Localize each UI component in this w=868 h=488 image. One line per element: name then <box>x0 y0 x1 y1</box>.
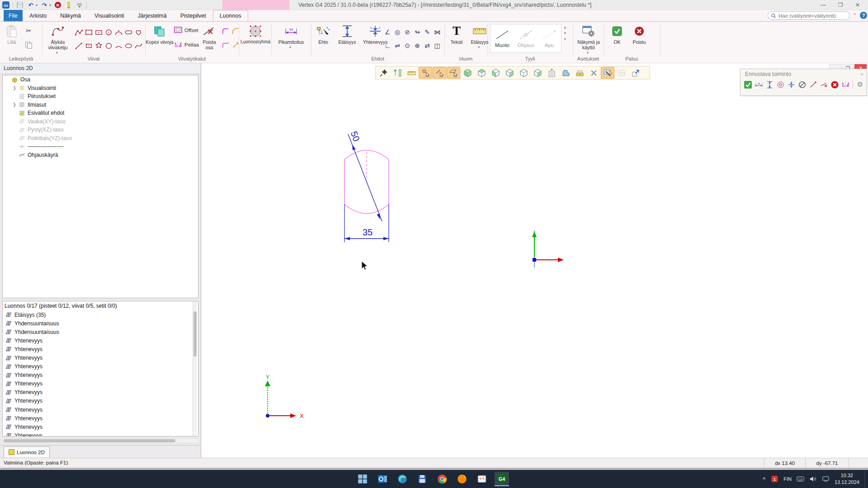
tray-chevron-icon[interactable]: ^ <box>763 476 765 483</box>
record-icon[interactable]: R <box>54 1 62 9</box>
vertical-scrollbar[interactable] <box>193 301 197 436</box>
tree-item[interactable]: Esivalitut ehdot <box>3 109 198 117</box>
maximize-button[interactable]: ❐ <box>832 0 849 10</box>
whiteboard-icon[interactable] <box>475 472 489 486</box>
help-icon[interactable]: ? <box>860 12 867 19</box>
constraint-item[interactable]: Yhdensuuntaisuus <box>3 328 198 336</box>
delete-red-icon[interactable] <box>830 79 840 90</box>
pin-icon[interactable] <box>377 67 390 79</box>
closed-spline-icon[interactable] <box>133 25 143 39</box>
distance-note-button[interactable]: Etäisyys▾ <box>467 23 492 49</box>
flip-measure-icon[interactable] <box>391 67 404 79</box>
menu-pistepilvet[interactable]: Pistepilvet <box>174 10 213 21</box>
menu-jarjestelma[interactable]: Järjestelmä <box>131 10 174 21</box>
style-shape-button[interactable]: Muoto <box>491 24 514 52</box>
constraint-item[interactable]: Yhtenevyys <box>3 380 198 388</box>
style-aux-button[interactable]: Apu <box>538 24 561 52</box>
g4-logo-icon[interactable]: G4 <box>2 1 10 9</box>
angle-icon[interactable]: ∠ <box>382 25 392 39</box>
constraint-item[interactable]: Yhdensuuntaisuus <box>3 319 198 328</box>
show-desktop-button[interactable] <box>864 470 866 488</box>
vertical-dim-icon[interactable] <box>765 79 774 90</box>
fillet-icon[interactable] <box>221 26 231 36</box>
cube-right-icon[interactable] <box>503 67 516 79</box>
customize-toolbar-icon[interactable] <box>75 1 84 9</box>
sketch-group-button[interactable]: Luonnosryhmä <box>241 23 270 45</box>
outlook-icon[interactable] <box>375 472 390 486</box>
expand-chevron-icon[interactable]: ❯ <box>11 102 18 107</box>
constraint-item[interactable]: Yhtenevyys <box>3 405 198 414</box>
quick-dim-icon[interactable]: 45 <box>754 79 764 90</box>
rectangle-center-icon[interactable] <box>94 25 104 39</box>
language-indicator[interactable]: FIN <box>783 476 792 482</box>
frame-icon[interactable] <box>615 67 628 79</box>
tree-item[interactable]: Osa <box>3 75 198 84</box>
freeze-icon[interactable]: ✎ <box>422 25 432 39</box>
constraint-item[interactable]: Yhtenevyys <box>3 388 198 397</box>
constraint-item[interactable]: Yhtenevyys <box>3 371 198 380</box>
distance-constraint-button[interactable]: Etäisyys <box>335 23 359 45</box>
constraint-item[interactable]: Etäisyys (35) <box>3 310 198 319</box>
minimize-button[interactable]: — <box>815 0 832 10</box>
cut-button[interactable]: ✂ <box>24 26 33 36</box>
rectangle-icon[interactable] <box>84 25 94 39</box>
ribbon-collapse-icon[interactable]: ^ <box>854 12 856 18</box>
text-button[interactable]: T Teksti <box>447 23 467 45</box>
tree-item[interactable]: Piirustukset <box>3 92 198 101</box>
constraint-item[interactable]: Yhtenevyys <box>3 345 198 353</box>
concentric-pred-icon[interactable] <box>776 79 785 90</box>
mirror-button[interactable]: Peilaa <box>174 41 199 48</box>
start-icon[interactable] <box>355 472 370 486</box>
magic-select-icon[interactable] <box>601 67 614 79</box>
perpendicular-icon[interactable]: ∟ <box>382 39 392 52</box>
panel-close-icon[interactable]: ✕ <box>860 72 864 77</box>
quick-dimension-button[interactable]: 45 Pikamitoitus▾ <box>273 23 309 49</box>
paste-button[interactable]: Liitä <box>3 23 21 45</box>
copy-lines-button[interactable]: Kopioi viivoja <box>147 23 172 45</box>
expand-chevron-icon[interactable]: ❯ <box>11 85 18 90</box>
part-solid-icon[interactable] <box>559 67 572 79</box>
undo-icon[interactable]: ↶ <box>27 1 35 9</box>
sketch-canvas[interactable]: 50 35 Y <box>201 63 868 458</box>
arc-3point-icon[interactable] <box>113 25 123 39</box>
menu-nakyma[interactable]: Näkymä <box>53 10 88 21</box>
constraint-item[interactable]: Yhtenevyys <box>3 431 198 436</box>
circle-center-icon[interactable] <box>104 25 113 39</box>
circle-icon[interactable] <box>104 39 113 52</box>
constraint-item[interactable]: Yhtenevyys <box>3 422 198 431</box>
snap-line-icon[interactable] <box>433 67 446 79</box>
network-icon[interactable] <box>822 476 830 482</box>
level-icon[interactable] <box>65 1 73 9</box>
rectangle-2point-icon[interactable] <box>84 39 94 52</box>
cube-solid-icon[interactable] <box>461 67 474 79</box>
ellipse-icon[interactable] <box>123 39 133 52</box>
tree-item[interactable]: Pysty(XZ)-taso <box>3 126 198 134</box>
tangent-icon[interactable]: ↬ <box>412 25 422 39</box>
list-icon[interactable] <box>545 67 558 79</box>
save-icon[interactable] <box>16 1 24 9</box>
condition-button[interactable]: Ehto <box>313 23 334 45</box>
save-app-icon[interactable] <box>415 472 429 486</box>
no-tangent-icon[interactable]: ⊘ <box>402 25 412 39</box>
tab-luonnos-active[interactable]: Luonnos <box>213 10 248 21</box>
volume-icon[interactable] <box>809 476 817 482</box>
edge-icon[interactable] <box>395 472 410 486</box>
touch-keyboard-icon[interactable] <box>797 476 804 482</box>
equal-icon[interactable]: ⇌ <box>392 39 402 52</box>
constraint-item[interactable]: Yhtenevyys <box>3 397 198 405</box>
constraint-item[interactable]: Yhtenevyys <box>3 414 198 422</box>
smart-chain-button[interactable]: Älykäs viivaketju▾ <box>43 23 72 55</box>
file-menu-button[interactable]: File <box>4 10 23 21</box>
firefox-icon[interactable] <box>455 472 469 486</box>
drawer-icon[interactable] <box>573 67 586 79</box>
delete-gray-icon[interactable] <box>587 67 600 79</box>
undo-caret-icon[interactable]: ▾ <box>36 3 38 7</box>
polygon-icon[interactable] <box>94 39 104 52</box>
tree-item[interactable]: ❯Visualisointi <box>3 84 198 93</box>
ruler-icon[interactable] <box>405 67 418 79</box>
confirm-icon[interactable] <box>743 79 753 90</box>
style-guide-button[interactable]: Ohjaus <box>514 24 538 52</box>
redo-icon[interactable]: ↷ <box>40 1 48 9</box>
chamfer-corner-icon[interactable] <box>231 40 241 50</box>
remove-part-button[interactable]: Poista osa <box>199 23 220 50</box>
